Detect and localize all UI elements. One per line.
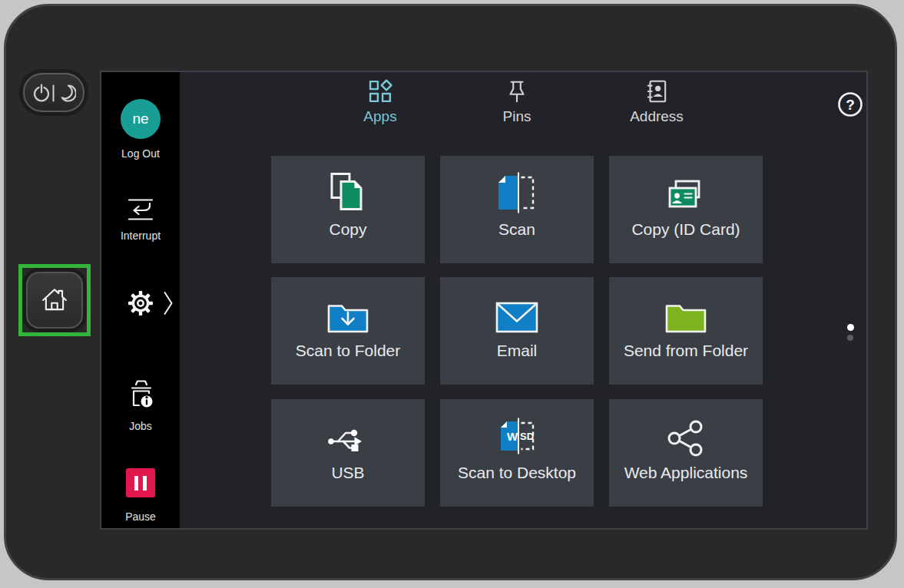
touchscreen: ne Log Out Interrupt xyxy=(100,71,868,530)
pushpin-icon xyxy=(504,78,530,104)
jobs-icon xyxy=(124,378,157,410)
tab-address-label: Address xyxy=(630,108,684,125)
tab-pins-label: Pins xyxy=(503,108,531,125)
home-button-highlight xyxy=(18,264,91,336)
tab-pins[interactable]: Pins xyxy=(459,78,575,125)
tile-label: Scan to Folder xyxy=(296,342,401,360)
app-tile-scan-to-desktop[interactable]: W SD Scan to Desktop xyxy=(440,399,594,507)
sidebar-item-pause[interactable]: Pause xyxy=(101,468,180,523)
help-icon: ? xyxy=(836,91,864,118)
sidebar-item-settings[interactable] xyxy=(101,289,180,318)
help-glyph: ? xyxy=(846,97,855,113)
device-bezel: ne Log Out Interrupt xyxy=(4,4,897,580)
app-tile-usb[interactable]: USB xyxy=(271,399,425,507)
web-applications-icon xyxy=(666,410,706,458)
app-tile-email[interactable]: Email xyxy=(440,277,594,385)
tile-label: Scan to Desktop xyxy=(458,464,576,482)
sidebar-item-interrupt[interactable]: Interrupt xyxy=(101,197,180,242)
apps-grid-icon xyxy=(367,78,393,104)
sidebar-item-logout[interactable]: ne Log Out xyxy=(101,99,180,160)
address-book-icon xyxy=(644,78,670,104)
page-dot-active xyxy=(847,324,854,331)
scan-to-folder-icon xyxy=(325,288,371,335)
power-sleep-button[interactable] xyxy=(23,73,84,112)
tab-apps[interactable]: Apps xyxy=(323,78,438,125)
sidebar-item-jobs[interactable]: Jobs xyxy=(101,378,180,432)
app-tile-copy-id-card[interactable]: Copy (ID Card) xyxy=(609,156,763,263)
interrupt-icon xyxy=(125,197,156,223)
wsd-box-letters: SD xyxy=(520,431,534,442)
pause-label: Pause xyxy=(125,510,156,523)
usb-icon xyxy=(325,410,371,458)
tile-label: Web Applications xyxy=(624,464,748,482)
scan-to-desktop-wsd-icon: W SD xyxy=(495,410,539,458)
app-tile-copy[interactable]: Copy xyxy=(271,156,425,263)
home-button[interactable] xyxy=(26,272,83,329)
app-tile-web-applications[interactable]: Web Applications xyxy=(609,399,763,507)
jobs-label: Jobs xyxy=(129,420,152,432)
page-dot-inactive xyxy=(847,335,853,341)
interrupt-label: Interrupt xyxy=(121,230,161,242)
app-tile-scan-to-folder[interactable]: Scan to Folder xyxy=(271,277,425,385)
page-indicator xyxy=(845,324,856,341)
control-panel: ne Log Out Interrupt xyxy=(0,0,904,588)
tab-apps-label: Apps xyxy=(363,108,396,125)
tile-label: Copy (ID Card) xyxy=(631,220,740,239)
pause-icon xyxy=(126,468,155,497)
tab-address[interactable]: Address xyxy=(599,78,714,125)
copy-id-card-icon xyxy=(664,167,707,214)
tile-label: Send from Folder xyxy=(624,342,748,360)
help-button[interactable]: ? xyxy=(836,91,864,118)
sidebar: ne Log Out Interrupt xyxy=(101,72,180,528)
power-sleep-icon xyxy=(31,79,76,107)
gear-icon xyxy=(127,290,154,316)
wsd-page-letter: W xyxy=(507,430,518,443)
scan-icon xyxy=(495,167,539,214)
logout-label: Log Out xyxy=(121,147,160,160)
app-tile-scan[interactable]: Scan xyxy=(440,156,594,263)
avatar-initials: ne xyxy=(132,111,148,127)
tile-label: Email xyxy=(497,342,538,360)
tile-label: USB xyxy=(331,464,364,482)
copy-icon xyxy=(326,167,369,214)
chevron-right-icon xyxy=(163,289,174,317)
send-from-folder-icon xyxy=(663,288,709,335)
tile-label: Copy xyxy=(329,220,366,239)
tile-label: Scan xyxy=(498,220,535,239)
email-icon xyxy=(494,288,540,335)
app-tile-send-from-folder[interactable]: Send from Folder xyxy=(609,277,763,385)
home-icon xyxy=(41,286,68,314)
user-avatar: ne xyxy=(121,99,161,139)
